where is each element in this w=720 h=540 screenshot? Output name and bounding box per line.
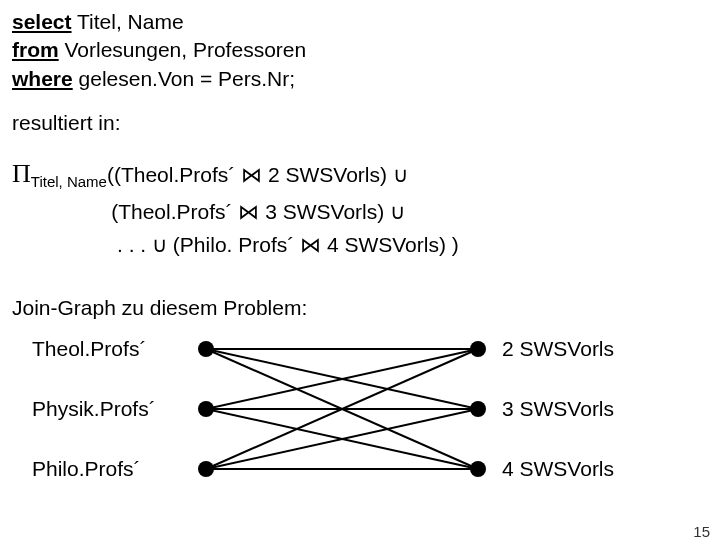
- ra-line-3-text: . . . ∪ (Philo. Profs´ ⋈ 4 SWSVorls) ): [117, 233, 459, 256]
- pi-symbol: Π: [12, 159, 31, 188]
- ra-line-2-text: (Theol.Profs´ ⋈ 3 SWSVorls) ∪: [111, 200, 405, 223]
- graph-node-left-1: [198, 401, 214, 417]
- graph-node-right-0: [470, 341, 486, 357]
- sql-from-list: Vorlesungen, Professoren: [59, 38, 307, 61]
- sql-from-line: from Vorlesungen, Professoren: [12, 36, 708, 64]
- sql-kw-where: where: [12, 67, 73, 90]
- graph-left-label-0: Theol.Profs´: [32, 337, 146, 361]
- ra-line-2: (Theol.Profs´ ⋈ 3 SWSVorls) ∪: [12, 195, 708, 229]
- graph-right-label-0: 2 SWSVorls: [502, 337, 614, 361]
- graph-label: Join-Graph zu diesem Problem:: [12, 296, 708, 320]
- sql-where-line: where gelesen.Von = Pers.Nr;: [12, 65, 708, 93]
- sql-block: select Titel, Name from Vorlesungen, Pro…: [12, 8, 708, 93]
- result-label: resultiert in:: [12, 111, 708, 135]
- sql-where-clause: gelesen.Von = Pers.Nr;: [73, 67, 295, 90]
- graph-node-left-0: [198, 341, 214, 357]
- graph-node-right-2: [470, 461, 486, 477]
- graph-right-label-1: 3 SWSVorls: [502, 397, 614, 421]
- graph-left-label-1: Physik.Profs´: [32, 397, 156, 421]
- graph-node-left-2: [198, 461, 214, 477]
- slide: select Titel, Name from Vorlesungen, Pro…: [0, 0, 720, 540]
- graph-node-right-1: [470, 401, 486, 417]
- sql-kw-from: from: [12, 38, 59, 61]
- sql-select-list: Titel, Name: [72, 10, 184, 33]
- ra-line-3: . . . ∪ (Philo. Profs´ ⋈ 4 SWSVorls) ): [12, 228, 708, 262]
- ra-line-1: ΠTitel, Name((Theol.Profs´ ⋈ 2 SWSVorls)…: [12, 153, 708, 195]
- page-number: 15: [693, 523, 710, 540]
- ra-line-1-rest: ((Theol.Profs´ ⋈ 2 SWSVorls) ∪: [107, 163, 408, 186]
- pi-subscript: Titel, Name: [31, 173, 107, 190]
- relational-algebra-block: ΠTitel, Name((Theol.Profs´ ⋈ 2 SWSVorls)…: [12, 153, 708, 262]
- graph-left-label-2: Philo.Profs´: [32, 457, 141, 481]
- graph-edges: [18, 334, 698, 514]
- join-graph: Theol.Profs´ Physik.Profs´ Philo.Profs´ …: [18, 334, 698, 514]
- graph-right-label-2: 4 SWSVorls: [502, 457, 614, 481]
- sql-kw-select: select: [12, 10, 72, 33]
- sql-select-line: select Titel, Name: [12, 8, 708, 36]
